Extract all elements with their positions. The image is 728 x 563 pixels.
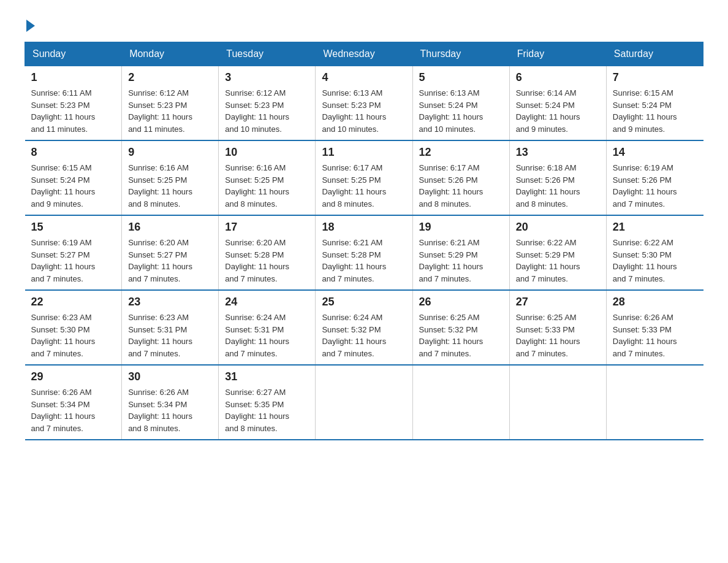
day-number: 20	[516, 221, 600, 234]
calendar-cell: 27 Sunrise: 6:25 AM Sunset: 5:33 PM Dayl…	[509, 290, 606, 365]
calendar-cell: 30 Sunrise: 6:26 AM Sunset: 5:34 PM Dayl…	[122, 365, 219, 440]
day-number: 19	[419, 221, 503, 234]
calendar-cell: 16 Sunrise: 6:20 AM Sunset: 5:27 PM Dayl…	[122, 215, 219, 290]
day-info: Sunrise: 6:18 AM Sunset: 5:26 PM Dayligh…	[516, 162, 600, 210]
day-number: 7	[613, 71, 697, 84]
header-friday: Friday	[509, 42, 606, 66]
day-info: Sunrise: 6:24 AM Sunset: 5:32 PM Dayligh…	[322, 312, 406, 359]
calendar-cell: 12 Sunrise: 6:17 AM Sunset: 5:26 PM Dayl…	[412, 140, 509, 215]
calendar-cell: 29 Sunrise: 6:26 AM Sunset: 5:34 PM Dayl…	[25, 365, 122, 440]
day-number: 12	[419, 146, 503, 159]
day-info: Sunrise: 6:25 AM Sunset: 5:33 PM Dayligh…	[516, 312, 600, 359]
day-number: 6	[516, 71, 600, 84]
day-number: 29	[31, 370, 116, 383]
day-number: 11	[322, 146, 406, 159]
day-info: Sunrise: 6:21 AM Sunset: 5:29 PM Dayligh…	[419, 237, 503, 285]
calendar-cell: 1 Sunrise: 6:11 AM Sunset: 5:23 PM Dayli…	[25, 66, 122, 141]
calendar-cell: 2 Sunrise: 6:12 AM Sunset: 5:23 PM Dayli…	[122, 66, 219, 141]
calendar-cell: 13 Sunrise: 6:18 AM Sunset: 5:26 PM Dayl…	[509, 140, 606, 215]
week-row-4: 22 Sunrise: 6:23 AM Sunset: 5:30 PM Dayl…	[25, 290, 703, 365]
logo-triangle-icon	[26, 20, 35, 32]
day-info: Sunrise: 6:16 AM Sunset: 5:25 PM Dayligh…	[225, 162, 309, 210]
day-info: Sunrise: 6:13 AM Sunset: 5:23 PM Dayligh…	[322, 87, 406, 135]
day-info: Sunrise: 6:26 AM Sunset: 5:34 PM Dayligh…	[128, 386, 212, 434]
day-number: 24	[225, 296, 309, 308]
day-number: 22	[31, 296, 116, 308]
day-info: Sunrise: 6:17 AM Sunset: 5:26 PM Dayligh…	[419, 162, 503, 210]
day-number: 23	[128, 296, 212, 308]
calendar-cell: 6 Sunrise: 6:14 AM Sunset: 5:24 PM Dayli…	[509, 66, 606, 141]
calendar-cell: 7 Sunrise: 6:15 AM Sunset: 5:24 PM Dayli…	[606, 66, 703, 141]
day-number: 27	[516, 296, 600, 308]
day-number: 17	[225, 221, 309, 234]
calendar-cell: 20 Sunrise: 6:22 AM Sunset: 5:29 PM Dayl…	[509, 215, 606, 290]
day-info: Sunrise: 6:13 AM Sunset: 5:24 PM Dayligh…	[419, 87, 503, 135]
day-number: 4	[322, 71, 406, 84]
calendar-cell: 21 Sunrise: 6:22 AM Sunset: 5:30 PM Dayl…	[606, 215, 703, 290]
day-info: Sunrise: 6:16 AM Sunset: 5:25 PM Dayligh…	[128, 162, 212, 210]
day-number: 1	[31, 71, 116, 84]
week-row-1: 1 Sunrise: 6:11 AM Sunset: 5:23 PM Dayli…	[25, 66, 703, 141]
calendar-cell: 5 Sunrise: 6:13 AM Sunset: 5:24 PM Dayli…	[412, 66, 509, 141]
day-info: Sunrise: 6:15 AM Sunset: 5:24 PM Dayligh…	[31, 162, 116, 210]
day-info: Sunrise: 6:26 AM Sunset: 5:34 PM Dayligh…	[31, 386, 116, 434]
day-info: Sunrise: 6:21 AM Sunset: 5:28 PM Dayligh…	[322, 237, 406, 285]
day-info: Sunrise: 6:17 AM Sunset: 5:25 PM Dayligh…	[322, 162, 406, 210]
calendar-table: SundayMondayTuesdayWednesdayThursdayFrid…	[25, 42, 703, 440]
day-info: Sunrise: 6:11 AM Sunset: 5:23 PM Dayligh…	[31, 87, 116, 135]
day-info: Sunrise: 6:22 AM Sunset: 5:30 PM Dayligh…	[613, 237, 697, 285]
day-number: 18	[322, 221, 406, 234]
day-number: 15	[31, 221, 116, 234]
day-number: 31	[225, 370, 309, 383]
week-row-2: 8 Sunrise: 6:15 AM Sunset: 5:24 PM Dayli…	[25, 140, 703, 215]
day-info: Sunrise: 6:22 AM Sunset: 5:29 PM Dayligh…	[516, 237, 600, 285]
header-thursday: Thursday	[412, 42, 509, 66]
day-number: 2	[128, 71, 212, 84]
calendar-cell: 14 Sunrise: 6:19 AM Sunset: 5:26 PM Dayl…	[606, 140, 703, 215]
day-number: 5	[419, 71, 503, 84]
calendar-cell: 18 Sunrise: 6:21 AM Sunset: 5:28 PM Dayl…	[316, 215, 412, 290]
calendar-cell: 24 Sunrise: 6:24 AM Sunset: 5:31 PM Dayl…	[219, 290, 316, 365]
day-info: Sunrise: 6:25 AM Sunset: 5:32 PM Dayligh…	[419, 312, 503, 359]
calendar-cell: 19 Sunrise: 6:21 AM Sunset: 5:29 PM Dayl…	[412, 215, 509, 290]
day-number: 13	[516, 146, 600, 159]
calendar-cell: 15 Sunrise: 6:19 AM Sunset: 5:27 PM Dayl…	[25, 215, 122, 290]
calendar-cell: 4 Sunrise: 6:13 AM Sunset: 5:23 PM Dayli…	[316, 66, 412, 141]
day-number: 16	[128, 221, 212, 234]
calendar-cell	[412, 365, 509, 440]
calendar-cell	[316, 365, 412, 440]
calendar-cell: 25 Sunrise: 6:24 AM Sunset: 5:32 PM Dayl…	[316, 290, 412, 365]
calendar-cell: 28 Sunrise: 6:26 AM Sunset: 5:33 PM Dayl…	[606, 290, 703, 365]
day-number: 28	[613, 296, 697, 308]
calendar-cell: 26 Sunrise: 6:25 AM Sunset: 5:32 PM Dayl…	[412, 290, 509, 365]
page-header	[25, 18, 703, 29]
calendar-cell: 9 Sunrise: 6:16 AM Sunset: 5:25 PM Dayli…	[122, 140, 219, 215]
day-number: 30	[128, 370, 212, 383]
day-info: Sunrise: 6:20 AM Sunset: 5:28 PM Dayligh…	[225, 237, 309, 285]
day-info: Sunrise: 6:15 AM Sunset: 5:24 PM Dayligh…	[613, 87, 697, 135]
calendar-cell	[606, 365, 703, 440]
header-wednesday: Wednesday	[316, 42, 412, 66]
day-number: 10	[225, 146, 309, 159]
day-number: 8	[31, 146, 116, 159]
day-info: Sunrise: 6:12 AM Sunset: 5:23 PM Dayligh…	[128, 87, 212, 135]
day-info: Sunrise: 6:23 AM Sunset: 5:30 PM Dayligh…	[31, 312, 116, 359]
calendar-cell: 11 Sunrise: 6:17 AM Sunset: 5:25 PM Dayl…	[316, 140, 412, 215]
day-number: 26	[419, 296, 503, 308]
calendar-header-row: SundayMondayTuesdayWednesdayThursdayFrid…	[25, 42, 703, 66]
day-info: Sunrise: 6:12 AM Sunset: 5:23 PM Dayligh…	[225, 87, 309, 135]
header-sunday: Sunday	[25, 42, 122, 66]
calendar-cell: 23 Sunrise: 6:23 AM Sunset: 5:31 PM Dayl…	[122, 290, 219, 365]
day-info: Sunrise: 6:26 AM Sunset: 5:33 PM Dayligh…	[613, 312, 697, 359]
day-info: Sunrise: 6:27 AM Sunset: 5:35 PM Dayligh…	[225, 386, 309, 434]
calendar-cell: 8 Sunrise: 6:15 AM Sunset: 5:24 PM Dayli…	[25, 140, 122, 215]
day-info: Sunrise: 6:23 AM Sunset: 5:31 PM Dayligh…	[128, 312, 212, 359]
day-info: Sunrise: 6:20 AM Sunset: 5:27 PM Dayligh…	[128, 237, 212, 285]
day-info: Sunrise: 6:24 AM Sunset: 5:31 PM Dayligh…	[225, 312, 309, 359]
calendar-cell: 10 Sunrise: 6:16 AM Sunset: 5:25 PM Dayl…	[219, 140, 316, 215]
calendar-cell: 31 Sunrise: 6:27 AM Sunset: 5:35 PM Dayl…	[219, 365, 316, 440]
day-info: Sunrise: 6:14 AM Sunset: 5:24 PM Dayligh…	[516, 87, 600, 135]
calendar-cell: 22 Sunrise: 6:23 AM Sunset: 5:30 PM Dayl…	[25, 290, 122, 365]
day-number: 14	[613, 146, 697, 159]
header-monday: Monday	[122, 42, 219, 66]
